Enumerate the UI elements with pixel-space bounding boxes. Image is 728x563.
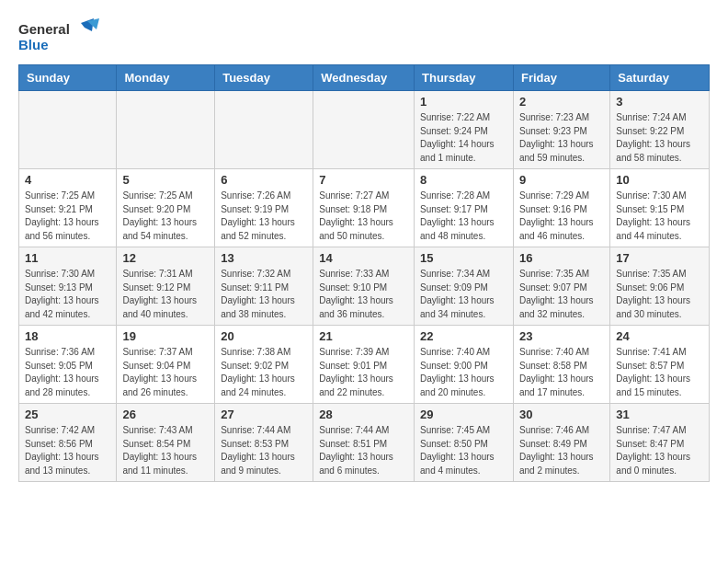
day-number: 31 xyxy=(616,408,703,421)
calendar-cell: 2Sunrise: 7:23 AM Sunset: 9:23 PM Daylig… xyxy=(513,91,609,169)
day-info: Sunrise: 7:33 AM Sunset: 9:10 PM Dayligh… xyxy=(319,268,408,321)
calendar-cell: 22Sunrise: 7:40 AM Sunset: 9:00 PM Dayli… xyxy=(415,326,514,404)
day-info: Sunrise: 7:46 AM Sunset: 8:49 PM Dayligh… xyxy=(519,424,604,477)
calendar-cell: 8Sunrise: 7:28 AM Sunset: 9:17 PM Daylig… xyxy=(415,169,514,247)
day-number: 9 xyxy=(519,173,604,187)
day-number: 10 xyxy=(616,173,703,187)
day-number: 21 xyxy=(319,329,408,343)
calendar-cell: 27Sunrise: 7:44 AM Sunset: 8:53 PM Dayli… xyxy=(215,404,313,482)
day-info: Sunrise: 7:35 AM Sunset: 9:06 PM Dayligh… xyxy=(616,268,703,321)
calendar-cell xyxy=(19,91,117,169)
day-info: Sunrise: 7:40 AM Sunset: 9:00 PM Dayligh… xyxy=(420,346,507,399)
calendar-cell: 7Sunrise: 7:27 AM Sunset: 9:18 PM Daylig… xyxy=(313,169,415,247)
day-header-saturday: Saturday xyxy=(610,65,710,91)
day-info: Sunrise: 7:29 AM Sunset: 9:16 PM Dayligh… xyxy=(519,190,604,243)
day-header-friday: Friday xyxy=(513,65,609,91)
day-number: 28 xyxy=(319,408,408,421)
day-header-thursday: Thursday xyxy=(415,65,514,91)
day-info: Sunrise: 7:25 AM Sunset: 9:20 PM Dayligh… xyxy=(122,190,209,243)
calendar-cell: 25Sunrise: 7:42 AM Sunset: 8:56 PM Dayli… xyxy=(19,404,117,482)
calendar-cell: 28Sunrise: 7:44 AM Sunset: 8:51 PM Dayli… xyxy=(313,404,415,482)
day-number: 19 xyxy=(122,329,209,343)
calendar-cell xyxy=(313,91,415,169)
day-number: 3 xyxy=(616,95,703,109)
calendar-cell: 29Sunrise: 7:45 AM Sunset: 8:50 PM Dayli… xyxy=(415,404,514,482)
day-info: Sunrise: 7:27 AM Sunset: 9:18 PM Dayligh… xyxy=(319,190,408,243)
day-number: 24 xyxy=(616,329,703,343)
logo-svg: GeneralBlue xyxy=(18,18,110,55)
day-info: Sunrise: 7:36 AM Sunset: 9:05 PM Dayligh… xyxy=(25,346,110,399)
calendar-cell: 10Sunrise: 7:30 AM Sunset: 9:15 PM Dayli… xyxy=(610,169,710,247)
svg-text:Blue: Blue xyxy=(18,37,49,52)
day-number: 26 xyxy=(122,408,209,421)
day-number: 13 xyxy=(221,251,307,265)
calendar-cell: 31Sunrise: 7:47 AM Sunset: 8:47 PM Dayli… xyxy=(610,404,710,482)
week-row-4: 18Sunrise: 7:36 AM Sunset: 9:05 PM Dayli… xyxy=(19,326,710,404)
calendar-cell: 15Sunrise: 7:34 AM Sunset: 9:09 PM Dayli… xyxy=(415,247,514,326)
day-number: 4 xyxy=(25,173,110,187)
day-number: 2 xyxy=(519,95,604,109)
day-number: 18 xyxy=(25,329,110,343)
day-number: 23 xyxy=(519,329,604,343)
day-info: Sunrise: 7:41 AM Sunset: 8:57 PM Dayligh… xyxy=(616,346,703,399)
day-number: 15 xyxy=(420,251,507,265)
day-info: Sunrise: 7:34 AM Sunset: 9:09 PM Dayligh… xyxy=(420,268,507,321)
week-row-2: 4Sunrise: 7:25 AM Sunset: 9:21 PM Daylig… xyxy=(19,169,710,247)
day-info: Sunrise: 7:26 AM Sunset: 9:19 PM Dayligh… xyxy=(221,190,307,243)
day-info: Sunrise: 7:25 AM Sunset: 9:21 PM Dayligh… xyxy=(25,190,110,243)
week-row-5: 25Sunrise: 7:42 AM Sunset: 8:56 PM Dayli… xyxy=(19,404,710,482)
day-info: Sunrise: 7:42 AM Sunset: 8:56 PM Dayligh… xyxy=(25,424,110,477)
day-number: 20 xyxy=(221,329,307,343)
calendar-cell: 24Sunrise: 7:41 AM Sunset: 8:57 PM Dayli… xyxy=(610,326,710,404)
day-info: Sunrise: 7:47 AM Sunset: 8:47 PM Dayligh… xyxy=(616,424,703,477)
day-number: 17 xyxy=(616,251,703,265)
day-header-monday: Monday xyxy=(117,65,215,91)
day-info: Sunrise: 7:43 AM Sunset: 8:54 PM Dayligh… xyxy=(122,424,209,477)
day-header-wednesday: Wednesday xyxy=(313,65,415,91)
day-info: Sunrise: 7:44 AM Sunset: 8:53 PM Dayligh… xyxy=(221,424,307,477)
calendar-cell xyxy=(117,91,215,169)
calendar-table: SundayMondayTuesdayWednesdayThursdayFrid… xyxy=(18,64,710,482)
page-header: GeneralBlue xyxy=(18,18,710,55)
day-number: 25 xyxy=(25,408,110,421)
calendar-cell: 12Sunrise: 7:31 AM Sunset: 9:12 PM Dayli… xyxy=(117,247,215,326)
day-info: Sunrise: 7:37 AM Sunset: 9:04 PM Dayligh… xyxy=(122,346,209,399)
calendar-cell: 13Sunrise: 7:32 AM Sunset: 9:11 PM Dayli… xyxy=(215,247,313,326)
day-number: 8 xyxy=(420,173,507,187)
calendar-cell: 30Sunrise: 7:46 AM Sunset: 8:49 PM Dayli… xyxy=(513,404,609,482)
calendar-cell: 26Sunrise: 7:43 AM Sunset: 8:54 PM Dayli… xyxy=(117,404,215,482)
day-number: 30 xyxy=(519,408,604,421)
calendar-cell xyxy=(215,91,313,169)
day-number: 16 xyxy=(519,251,604,265)
day-header-tuesday: Tuesday xyxy=(215,65,313,91)
day-number: 6 xyxy=(221,173,307,187)
calendar-cell: 19Sunrise: 7:37 AM Sunset: 9:04 PM Dayli… xyxy=(117,326,215,404)
day-number: 14 xyxy=(319,251,408,265)
day-info: Sunrise: 7:30 AM Sunset: 9:13 PM Dayligh… xyxy=(25,268,110,321)
calendar-cell: 5Sunrise: 7:25 AM Sunset: 9:20 PM Daylig… xyxy=(117,169,215,247)
day-info: Sunrise: 7:30 AM Sunset: 9:15 PM Dayligh… xyxy=(616,190,703,243)
calendar-cell: 20Sunrise: 7:38 AM Sunset: 9:02 PM Dayli… xyxy=(215,326,313,404)
day-info: Sunrise: 7:22 AM Sunset: 9:24 PM Dayligh… xyxy=(420,111,507,165)
calendar-cell: 4Sunrise: 7:25 AM Sunset: 9:21 PM Daylig… xyxy=(19,169,117,247)
day-number: 22 xyxy=(420,329,507,343)
calendar-cell: 17Sunrise: 7:35 AM Sunset: 9:06 PM Dayli… xyxy=(610,247,710,326)
calendar-cell: 3Sunrise: 7:24 AM Sunset: 9:22 PM Daylig… xyxy=(610,91,710,169)
day-number: 29 xyxy=(420,408,507,421)
day-number: 5 xyxy=(122,173,209,187)
day-info: Sunrise: 7:23 AM Sunset: 9:23 PM Dayligh… xyxy=(519,111,604,165)
svg-text:General: General xyxy=(18,21,70,37)
day-info: Sunrise: 7:28 AM Sunset: 9:17 PM Dayligh… xyxy=(420,190,507,243)
day-header-sunday: Sunday xyxy=(19,65,117,91)
day-info: Sunrise: 7:45 AM Sunset: 8:50 PM Dayligh… xyxy=(420,424,507,477)
calendar-cell: 18Sunrise: 7:36 AM Sunset: 9:05 PM Dayli… xyxy=(19,326,117,404)
day-number: 27 xyxy=(221,408,307,421)
day-number: 11 xyxy=(25,251,110,265)
day-headers-row: SundayMondayTuesdayWednesdayThursdayFrid… xyxy=(19,65,710,91)
week-row-3: 11Sunrise: 7:30 AM Sunset: 9:13 PM Dayli… xyxy=(19,247,710,326)
calendar-cell: 11Sunrise: 7:30 AM Sunset: 9:13 PM Dayli… xyxy=(19,247,117,326)
calendar-cell: 6Sunrise: 7:26 AM Sunset: 9:19 PM Daylig… xyxy=(215,169,313,247)
calendar-cell: 9Sunrise: 7:29 AM Sunset: 9:16 PM Daylig… xyxy=(513,169,609,247)
logo: GeneralBlue xyxy=(18,18,110,55)
day-number: 7 xyxy=(319,173,408,187)
